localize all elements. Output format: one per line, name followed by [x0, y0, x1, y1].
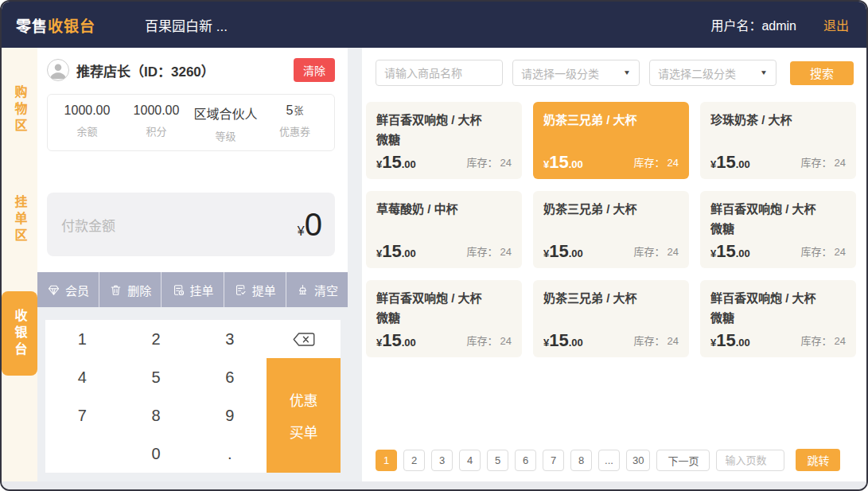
product-card[interactable]: 鲜百香双响炮 / 大杯微糖 ¥15.00 库存：24 [700, 280, 856, 357]
page-button-5[interactable]: 5 [487, 450, 508, 471]
stat-value: 1000.00 [53, 103, 122, 118]
payment-amount-field[interactable]: 付款金额 ¥ 0 [47, 193, 335, 256]
product-name: 珍珠奶茶 / 大杯 [710, 111, 846, 131]
stat-number: 5 [286, 103, 294, 117]
product-stock: 库存：24 [634, 154, 679, 171]
toolbar-button-label: 挂单 [190, 282, 214, 298]
numpad-key-7[interactable]: 7 [45, 396, 119, 434]
action-toolbar: 会员 删除 挂单 提单 清空 [37, 272, 348, 307]
page-number-input[interactable] [716, 450, 784, 471]
page-button-8[interactable]: 8 [570, 450, 592, 471]
product-card[interactable]: 鲜百香双响炮 / 大杯微糖 ¥15.00 库存：24 [700, 191, 856, 268]
select-placeholder: 请选择一级分类 [521, 65, 599, 81]
page-ellipsis[interactable]: ... [598, 450, 620, 471]
product-card[interactable]: 鲜百香双响炮 / 大杯微糖 ¥15.00 库存：24 [366, 280, 522, 357]
logout-button[interactable]: 退出 [823, 15, 849, 34]
clear-member-button[interactable]: 清除 [294, 58, 335, 82]
sidebar-item-shopping-area[interactable]: 购物区 [2, 72, 37, 148]
product-stock: 库存：24 [467, 333, 512, 349]
product-price: ¥15.00 [710, 243, 750, 260]
numpad-key-5[interactable]: 5 [119, 358, 193, 396]
avatar-icon [47, 59, 69, 81]
stat-label: 余额 [53, 123, 122, 138]
product-name-input[interactable] [376, 60, 503, 86]
member-stats-box: 1000.00 余额 1000.00 积分 区域合伙人 等级 5张 优惠券 [47, 94, 335, 151]
product-card[interactable]: 奶茶三兄弟 / 大杯 ¥15.00 库存：24 [533, 280, 689, 357]
product-card-selected[interactable]: 奶茶三兄弟 / 大杯 ¥15.00 库存：24 [533, 102, 689, 179]
numpad-key-0[interactable]: 0 [119, 434, 193, 473]
backspace-key[interactable] [267, 320, 341, 358]
product-name: 奶茶三兄弟 / 大杯 [543, 200, 679, 220]
search-button[interactable]: 搜索 [790, 61, 854, 85]
numpad-key-4[interactable]: 4 [45, 358, 119, 396]
broom-icon [296, 283, 309, 297]
product-name: 奶茶三兄弟 / 大杯 [543, 111, 679, 131]
product-card[interactable]: 鲜百香双响炮 / 大杯微糖 ¥15.00 库存：24 [366, 102, 522, 179]
numpad-key-6[interactable]: 6 [193, 358, 267, 396]
numpad-key-3[interactable]: 3 [193, 320, 267, 358]
page-button-1[interactable]: 1 [376, 450, 397, 471]
stat-coupons: 5张 优惠券 [260, 103, 329, 143]
page-button-2[interactable]: 2 [403, 450, 425, 471]
sidebar-item-held-orders[interactable]: 挂单区 [2, 181, 37, 258]
numpad-key-dot[interactable]: . [193, 434, 267, 473]
pagination: 1 2 3 4 5 6 7 8 ... 30 下一页 跳转 [366, 449, 856, 471]
product-card[interactable]: 珍珠奶茶 / 大杯 ¥15.00 库存：24 [700, 102, 856, 179]
member-button[interactable]: 会员 [37, 272, 99, 307]
page-button-3[interactable]: 3 [431, 450, 453, 471]
next-page-button[interactable]: 下一页 [656, 450, 710, 471]
page-button-6[interactable]: 6 [515, 450, 536, 471]
numpad-key-9[interactable]: 9 [193, 396, 267, 434]
sidebar-item-label: 挂单区 [10, 195, 29, 245]
delete-button[interactable]: 删除 [99, 272, 161, 307]
product-price: ¥15.00 [376, 243, 416, 260]
page-button-7[interactable]: 7 [543, 450, 564, 471]
sidebar-item-cashier[interactable]: 收银台 [2, 291, 37, 376]
header-right: 用户名：admin 退出 [710, 15, 849, 34]
numpad: 1 2 3 4 5 6 7 8 9 0 . 优惠 买单 [45, 320, 341, 473]
product-card[interactable]: 奶茶三兄弟 / 大杯 ¥15.00 库存：24 [533, 191, 689, 268]
doc-check-icon [234, 283, 247, 297]
product-card[interactable]: 草莓酸奶 / 中杯 ¥15.00 库存：24 [366, 191, 522, 268]
chevron-down-icon: ▼ [760, 69, 768, 76]
trash-icon [109, 283, 123, 297]
toolbar-button-label: 删除 [127, 282, 151, 298]
toolbar-button-label: 会员 [65, 282, 89, 298]
clear-cart-button[interactable]: 清空 [286, 272, 348, 307]
stat-unit: 张 [294, 106, 303, 117]
sidebar-item-label: 收银台 [10, 309, 29, 359]
jump-button[interactable]: 跳转 [796, 449, 840, 471]
stat-value: 5张 [260, 103, 329, 118]
payment-placeholder: 付款金额 [61, 215, 115, 235]
category-level1-select[interactable]: 请选择一级分类 ▼ [512, 60, 640, 86]
product-grid: 鲜百香双响炮 / 大杯微糖 ¥15.00 库存：24 奶茶三兄弟 / 大杯 ¥1… [366, 102, 856, 357]
hold-order-button[interactable]: 挂单 [161, 272, 223, 307]
category-level2-select[interactable]: 请选择二级分类 ▼ [649, 60, 777, 86]
product-price: ¥15.00 [376, 332, 416, 349]
product-stock: 库存：24 [467, 244, 512, 260]
chevron-down-icon: ▼ [623, 69, 631, 76]
product-stock: 库存：24 [801, 333, 846, 349]
product-name: 鲜百香双响炮 / 大杯微糖 [710, 200, 846, 240]
cashier-panel: 推荐店长（ID：3260） 清除 1000.00 余额 1000.00 积分 区… [37, 48, 348, 481]
product-stock: 库存：24 [634, 333, 679, 349]
numpad-key-1[interactable]: 1 [45, 320, 119, 358]
page-button-30[interactable]: 30 [626, 450, 650, 471]
member-name: 推荐店长（ID：3260） [76, 60, 215, 80]
window-bottom-strip [2, 481, 866, 489]
stat-level: 区域合伙人 等级 [191, 103, 260, 143]
select-placeholder: 请选择二级分类 [658, 65, 736, 81]
numpad-key-2[interactable]: 2 [119, 320, 193, 358]
retrieve-order-button[interactable]: 提单 [224, 272, 286, 307]
discount-label: 优惠 [290, 389, 318, 410]
product-stock: 库存：24 [801, 244, 846, 260]
product-price: ¥15.00 [543, 332, 583, 349]
body: 购物区 挂单区 收银台 推荐店长（ID：3260） 清除 1000.00 余 [2, 48, 866, 481]
page-button-4[interactable]: 4 [459, 450, 481, 471]
discount-checkout-button[interactable]: 优惠 买单 [267, 358, 341, 473]
sidebar-item-label: 购物区 [10, 85, 29, 135]
product-name: 鲜百香双响炮 / 大杯微糖 [376, 289, 512, 329]
numpad-key-8[interactable]: 8 [119, 396, 193, 434]
gem-icon [47, 283, 60, 297]
product-stock: 库存：24 [634, 244, 679, 260]
